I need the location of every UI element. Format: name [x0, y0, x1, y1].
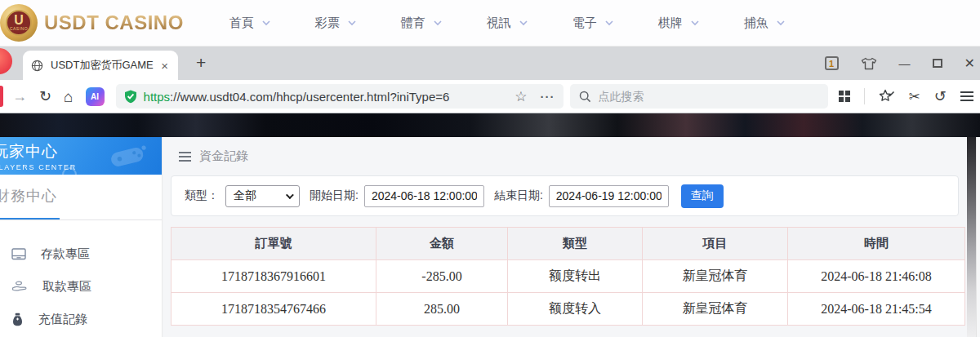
browser-tab[interactable]: USDT加密货币GAME ×: [23, 51, 178, 80]
undo-icon[interactable]: ↺: [934, 89, 947, 104]
cell-time: 2024-06-18 21:46:08: [788, 260, 965, 293]
sidebar-item-label: 取款專區: [42, 279, 91, 295]
funds-records-table: 訂單號 金額 類型 項目 時間 1718718367916601 -285.00…: [171, 227, 965, 326]
maximize-button[interactable]: [933, 59, 942, 68]
nav-label: 視訊: [487, 16, 511, 31]
sidebar-item-recharge-records[interactable]: 充值記錄: [0, 303, 162, 335]
cell-item: 新皇冠体育: [643, 260, 788, 293]
chevron-down-icon: [604, 20, 614, 26]
toolbar-icons: ✂ ↺: [839, 88, 973, 104]
session-badge[interactable]: 1: [825, 56, 839, 70]
col-header-type: 類型: [508, 228, 643, 260]
end-date-input[interactable]: [549, 185, 669, 207]
screenshot-scissors-icon[interactable]: ✂: [909, 90, 920, 104]
sidebar-item-label: 存款專區: [41, 246, 90, 262]
nav-label: 捕魚: [744, 16, 768, 31]
toolbar-divider: [864, 88, 865, 104]
favorites-star-icon[interactable]: [879, 89, 895, 104]
nav-label: 彩票: [315, 16, 340, 31]
site-header: U CASINO USDT CASINO 首頁 彩票 體育 視訊 電子 棋牌: [0, 0, 980, 47]
tab-title: USDT加密货币GAME: [51, 58, 159, 73]
nav-label: 體育: [401, 16, 425, 31]
col-header-order-no: 訂單號: [172, 228, 376, 260]
chevron-down-icon: [433, 20, 443, 26]
cell-type: 额度转入: [508, 293, 643, 326]
globe-icon: [31, 60, 43, 72]
players-center-header: 玩家中心 PLAYERS CENTER: [0, 137, 162, 175]
apps-grid-icon[interactable]: [839, 91, 850, 102]
cell-amount: -285.00: [376, 260, 508, 293]
coin-logo-icon: U CASINO: [0, 4, 38, 42]
page-content: 玩家中心 PLAYERS CENTER 財務中心: [0, 113, 980, 337]
site-logo[interactable]: U CASINO USDT CASINO: [3, 4, 184, 42]
cell-item: 新皇冠体育: [643, 293, 788, 326]
chevron-down-icon: [776, 20, 786, 26]
browser-menu-icon[interactable]: [960, 91, 973, 101]
site-nav: 首頁 彩票 體育 視訊 電子 棋牌 捕魚: [229, 16, 786, 31]
type-select[interactable]: 全部: [225, 185, 300, 207]
cell-order-no: 1718718367916601: [172, 260, 376, 293]
sidebar-item-deposit[interactable]: 存款專區: [0, 237, 162, 270]
cell-time: 2024-06-18 21:45:54: [788, 293, 965, 326]
cell-amount: 285.00: [376, 293, 508, 326]
nav-item-fishing[interactable]: 捕魚: [744, 16, 786, 31]
nav-item-sports[interactable]: 體育: [401, 16, 443, 31]
url-field[interactable]: https ://www.usdt04.com/hhcp/usercenter.…: [116, 84, 564, 109]
type-label: 類型：: [185, 188, 219, 203]
forward-button[interactable]: →: [12, 89, 27, 104]
browser-edge-accent: [0, 86, 3, 107]
close-window-button[interactable]: ✕: [964, 57, 975, 70]
new-tab-button[interactable]: +: [196, 53, 206, 73]
table-row: 1718718367916601 -285.00 额度转出 新皇冠体育 2024…: [172, 260, 965, 293]
chevron-down-icon: [519, 20, 528, 26]
search-icon: [579, 91, 591, 103]
background-fade: [967, 137, 976, 337]
sidebar-menu: 存款專區 取款專區 充值記錄: [0, 237, 162, 337]
col-header-amount: 金額: [376, 228, 508, 260]
browser-address-bar: → ↻ ⌂ AI https ://www.usdt04.com/hhcp/us…: [0, 80, 980, 113]
table-header-row: 訂單號 金額 類型 項目 時間: [172, 228, 965, 260]
nav-item-video[interactable]: 視訊: [487, 16, 528, 31]
nav-label: 電子: [572, 16, 597, 31]
page-title: 資金記錄: [199, 149, 248, 164]
nav-item-cards[interactable]: 棋牌: [658, 16, 700, 31]
coin-letter: U: [14, 15, 24, 26]
minimize-button[interactable]: —: [899, 58, 911, 69]
browser-logo-icon: [0, 48, 12, 74]
right-edge: [967, 137, 980, 337]
sidebar-item-label: 充值記錄: [38, 312, 87, 327]
more-actions-icon[interactable]: ···: [541, 90, 555, 104]
col-header-time: 時間: [788, 228, 965, 260]
coin-sub-text: CASINO: [10, 26, 28, 31]
cell-order-no: 1718718354767466: [172, 293, 376, 326]
tab-close-icon[interactable]: ×: [159, 59, 170, 73]
page-background-banner: [0, 113, 980, 137]
chevron-down-icon: [690, 20, 700, 26]
sidebar-item-withdraw[interactable]: 取款專區: [0, 270, 162, 303]
ai-assistant-icon[interactable]: AI: [86, 87, 105, 106]
bookmark-star-icon[interactable]: ☆: [514, 88, 527, 105]
logo-wordmark: USDT CASINO: [44, 11, 184, 34]
query-button[interactable]: 查詢: [681, 184, 724, 208]
home-button[interactable]: ⌂: [64, 89, 73, 104]
nav-item-home[interactable]: 首頁: [229, 16, 271, 31]
browser-tab-strip: USDT加密货币GAME × + 1 — ✕: [0, 47, 980, 80]
finance-center-heading: 財務中心: [0, 186, 162, 206]
nav-label: 首頁: [229, 16, 254, 31]
nav-item-slots[interactable]: 電子: [572, 16, 614, 31]
url-text: ://www.usdt04.com/hhcp/usercenter.html?i…: [170, 90, 449, 104]
reload-button[interactable]: ↻: [39, 89, 51, 104]
main-panel: 資金記錄 類型： 全部 開始日期: 結束日期: 查詢 訂單號 金額 類型: [162, 137, 967, 337]
type-select-value: 全部: [234, 188, 256, 203]
search-input[interactable]: [599, 90, 819, 103]
browser-search-box[interactable]: [570, 84, 828, 109]
chevron-down-icon: [347, 20, 357, 26]
skin-tshirt-icon[interactable]: [861, 57, 877, 70]
page-scrollbar[interactable]: [976, 137, 980, 337]
start-date-input[interactable]: [364, 185, 484, 207]
nav-item-lottery[interactable]: 彩票: [315, 16, 357, 31]
hand-coin-icon: [11, 281, 28, 292]
end-date-label: 結束日期:: [494, 188, 543, 203]
start-date-label: 開始日期:: [310, 188, 359, 203]
table-row: 1718718354767466 285.00 额度转入 新皇冠体育 2024-…: [172, 293, 965, 326]
